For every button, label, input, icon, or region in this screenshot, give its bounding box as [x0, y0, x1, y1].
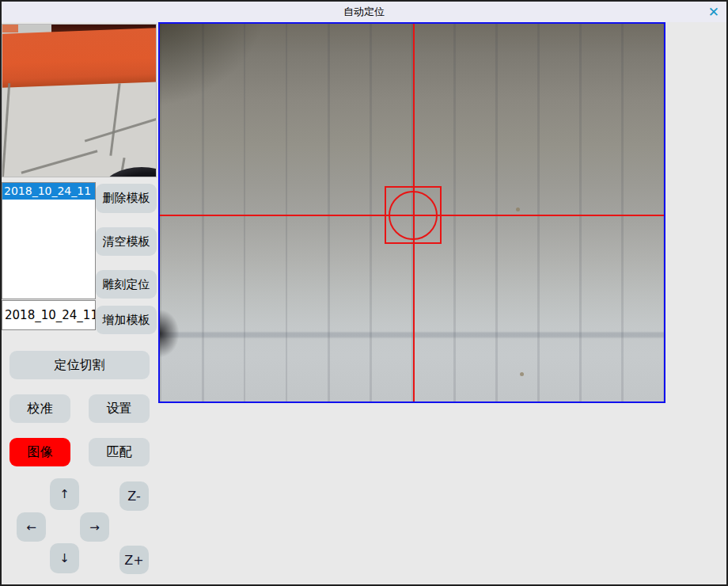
template-name-input[interactable]: [2, 300, 96, 330]
tile-joint-line: [109, 83, 120, 156]
roi-circle: [389, 191, 438, 240]
thumbnail-orange-beam: [2, 28, 157, 88]
jog-up-button[interactable]: ↑: [50, 478, 79, 510]
tile-joint-line: [21, 150, 98, 173]
z-plus-button[interactable]: Z+: [119, 546, 149, 574]
position-cut-button[interactable]: 定位切割: [9, 351, 150, 379]
match-button[interactable]: 匹配: [89, 438, 150, 466]
clear-templates-button[interactable]: 清空模板: [96, 227, 157, 256]
tile-joint-line: [2, 83, 10, 177]
auto-position-dialog: 自动定位 ✕ 2018_10_24_11 删除模板 清空模板 雕刻定位 增加模板…: [0, 0, 728, 586]
jog-down-button[interactable]: ↓: [50, 543, 79, 573]
add-template-button[interactable]: 增加模板: [96, 306, 157, 334]
dialog-title: 自动定位: [343, 6, 385, 17]
settings-button[interactable]: 设置: [89, 394, 150, 423]
tile-joint-line: [85, 116, 157, 142]
calibrate-button[interactable]: 校准: [9, 394, 70, 423]
template-list[interactable]: 2018_10_24_11: [2, 182, 96, 299]
close-icon[interactable]: ✕: [708, 2, 719, 22]
thumbnail-orange-patch: [2, 25, 18, 32]
delete-template-button[interactable]: 删除模板: [96, 184, 157, 213]
template-thumbnail[interactable]: [2, 24, 157, 177]
title-bar[interactable]: 自动定位 ✕: [2, 2, 726, 22]
camera-speck: [516, 207, 520, 211]
image-button-active[interactable]: 图像: [9, 438, 70, 466]
camera-view[interactable]: [158, 22, 665, 403]
thumbnail-dark-object: [102, 167, 157, 177]
jog-left-button[interactable]: ←: [17, 512, 46, 542]
engrave-position-button[interactable]: 雕刻定位: [96, 270, 157, 299]
template-list-item[interactable]: 2018_10_24_11: [2, 183, 95, 200]
z-minus-button[interactable]: Z-: [119, 481, 149, 511]
jog-right-button[interactable]: →: [80, 512, 109, 542]
camera-speck: [520, 372, 524, 376]
